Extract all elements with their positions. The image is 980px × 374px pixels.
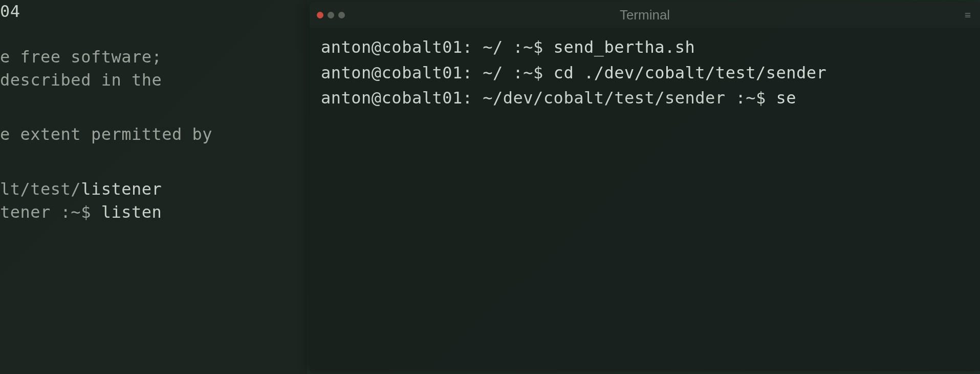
right-terminal-window: Terminal ≡ anton@cobalt01: ~/ :~$ send_b… xyxy=(310,2,980,371)
window-title: Terminal xyxy=(620,7,670,23)
terminal-line: lt/test/listener xyxy=(0,178,307,201)
terminal-line: 04 xyxy=(0,0,307,23)
titlebar[interactable]: Terminal ≡ xyxy=(310,2,980,28)
right-terminal-content[interactable]: anton@cobalt01: ~/ :~$ send_bertha.sh an… xyxy=(310,28,980,118)
left-terminal-window: 04 e free software; described in the e e… xyxy=(0,0,307,374)
terminal-prompt-line: anton@cobalt01: ~/dev/cobalt/test/sender… xyxy=(321,86,969,111)
terminal-prompt-line: tener :~$ listen xyxy=(0,201,307,224)
command-text: cd ./dev/cobalt/test/sender xyxy=(554,63,827,82)
terminal-prompt-line: anton@cobalt01: ~/ :~$ cd ./dev/cobalt/t… xyxy=(321,60,969,86)
terminal-line: e free software; xyxy=(0,46,307,69)
maximize-icon[interactable] xyxy=(338,12,345,18)
window-controls xyxy=(317,12,345,18)
close-icon[interactable] xyxy=(317,12,323,18)
partial-input: se xyxy=(776,88,796,108)
terminal-line: described in the xyxy=(0,69,307,92)
terminal-prompt-line: anton@cobalt01: ~/ :~$ send_bertha.sh xyxy=(321,35,969,60)
terminal-line: e extent permitted by xyxy=(0,123,307,146)
command-text: send_bertha.sh xyxy=(554,37,695,57)
minimize-icon[interactable] xyxy=(328,12,334,18)
menu-icon[interactable]: ≡ xyxy=(965,9,971,21)
left-terminal-content[interactable]: 04 e free software; described in the e e… xyxy=(0,0,307,224)
